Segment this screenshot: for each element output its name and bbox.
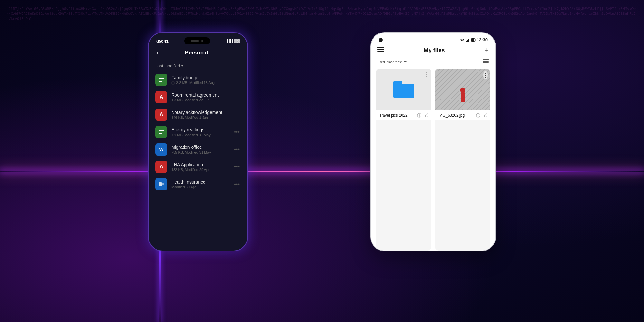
file-info: Migration office 755 KB, Modified 31 May xyxy=(171,145,229,154)
nav-title-left: Personal xyxy=(161,50,232,56)
status-time-left: 09:41 xyxy=(156,38,169,44)
status-icons-right: 12:30 xyxy=(460,37,488,42)
file-meta: 846 KB, Modified 1 Jun xyxy=(171,116,241,119)
file-item[interactable]: Family budget 2.2 MB, Modified 18 Aug xyxy=(151,71,245,89)
info-icon-2[interactable] xyxy=(476,113,480,118)
file-name: Family budget xyxy=(171,75,241,80)
svg-point-26 xyxy=(419,114,420,115)
link-icon[interactable] xyxy=(423,113,428,118)
svg-rect-13 xyxy=(468,39,469,42)
file-item[interactable]: Energy readings 7.9 MB, Modified 31 May … xyxy=(151,123,245,141)
photo-thumb xyxy=(435,69,490,110)
grid-item-folder[interactable]: Travel pics 2022 xyxy=(376,69,431,251)
svg-rect-17 xyxy=(471,39,474,41)
status-bar-right: 12:30 xyxy=(371,33,495,45)
svg-rect-20 xyxy=(377,51,384,52)
battery-icon: ▓▓ xyxy=(234,39,240,43)
svg-rect-0 xyxy=(159,78,164,79)
more-button[interactable]: ••• xyxy=(233,163,241,171)
files-grid: Travel pics 2022 xyxy=(371,69,495,251)
more-button-grid[interactable] xyxy=(425,71,429,79)
grid-item-info-photo: IMG_63262.jpg xyxy=(435,110,490,120)
file-name: LHA Application xyxy=(171,162,229,167)
file-meta: 2.2 MB, Modified 18 Aug xyxy=(171,81,241,85)
sort-header-left: Last modified ▾ xyxy=(149,61,247,71)
add-button[interactable]: + xyxy=(485,46,489,54)
file-item[interactable]: A LHA Application 132 KB, Modified 29 Ap… xyxy=(151,158,245,175)
sort-button-right[interactable]: Last modified xyxy=(377,60,407,64)
file-name-notary: Notary acknowledgement xyxy=(171,110,241,115)
right-phone-inner: 12:30 My files + Last modified xyxy=(371,33,495,251)
svg-rect-28 xyxy=(478,115,478,117)
notch-speaker xyxy=(191,40,199,42)
sort-label-left: Last modified xyxy=(155,63,180,68)
svg-rect-9 xyxy=(159,182,162,186)
file-info: Energy readings 7.9 MB, Modified 31 May xyxy=(171,127,229,137)
svg-rect-11 xyxy=(466,41,467,42)
file-meta: 1.8 MB, Modified 22 Jun xyxy=(171,98,241,102)
file-icon-green-2 xyxy=(155,126,167,138)
svg-rect-14 xyxy=(469,38,469,42)
svg-rect-12 xyxy=(467,40,468,42)
more-button[interactable]: ••• xyxy=(233,145,241,154)
info-icon[interactable] xyxy=(417,113,421,118)
folder-icon xyxy=(393,81,414,98)
folder-body xyxy=(393,84,414,98)
svg-rect-1 xyxy=(159,80,164,80)
status-icons-left: ▐▐▐ ▓▓ xyxy=(226,39,240,43)
grid-item-name: Travel pics 2022 xyxy=(379,113,408,118)
status-bar-left: 09:41 ▐▐▐ ▓▓ xyxy=(149,33,247,46)
file-meta: Modified 30 Apr xyxy=(171,185,229,189)
nav-bar-right: My files + xyxy=(371,45,495,58)
notch-camera xyxy=(201,40,203,42)
file-info: Health Insurance Modified 30 Apr xyxy=(171,179,229,189)
sort-header-right: Last modified xyxy=(371,58,495,69)
file-item[interactable]: A Notary acknowledgement 846 KB, Modifie… xyxy=(151,106,245,123)
svg-rect-8 xyxy=(159,133,162,134)
file-icon-blue-2 xyxy=(155,178,167,190)
grid-item-actions xyxy=(417,113,428,118)
left-phone-inner: 09:41 ▐▐▐ ▓▓ ‹ Personal Last modified xyxy=(149,33,247,251)
file-meta: 755 KB, Modified 31 May xyxy=(171,150,229,154)
file-list: Family budget 2.2 MB, Modified 18 Aug A … xyxy=(149,71,247,251)
svg-rect-23 xyxy=(483,62,489,63)
svg-rect-10 xyxy=(162,183,164,185)
grid-item-actions-photo xyxy=(476,113,487,118)
file-meta: 132 KB, Modified 29 Apr xyxy=(171,168,229,172)
svg-rect-6 xyxy=(159,130,164,131)
phones-container: 09:41 ▐▐▐ ▓▓ ‹ Personal Last modified xyxy=(0,0,644,322)
status-time-right: 12:30 xyxy=(477,37,488,42)
more-button-grid-photo[interactable] xyxy=(483,71,488,79)
grid-item-photo[interactable]: IMG_63262.jpg xyxy=(435,69,490,251)
file-info: LHA Application 132 KB, Modified 29 Apr xyxy=(171,162,229,172)
folder-thumb xyxy=(376,69,431,110)
back-button[interactable]: ‹ xyxy=(154,48,161,58)
file-item[interactable]: A Room rental agreement 1.8 MB, Modified… xyxy=(151,89,245,106)
grid-item-name-photo: IMG_63262.jpg xyxy=(438,113,465,118)
link-icon-2[interactable] xyxy=(482,113,487,118)
nav-bar-left: ‹ Personal xyxy=(149,46,247,61)
sort-button-left[interactable]: Last modified ▾ xyxy=(155,63,183,68)
file-icon-green xyxy=(155,74,167,86)
file-item[interactable]: Health Insurance Modified 30 Apr ••• xyxy=(151,175,245,193)
more-button[interactable]: ••• xyxy=(233,180,241,188)
svg-rect-25 xyxy=(419,115,420,117)
more-button[interactable]: ••• xyxy=(233,128,241,136)
file-icon-red-2: A xyxy=(155,109,167,121)
svg-rect-7 xyxy=(159,132,164,132)
list-view-button[interactable] xyxy=(483,59,489,65)
file-info: Room rental agreement 1.8 MB, Modified 2… xyxy=(171,92,241,102)
file-name: Energy readings xyxy=(171,127,229,132)
hamburger-button[interactable] xyxy=(377,47,384,54)
svg-rect-21 xyxy=(483,59,489,60)
file-info: Family budget 2.2 MB, Modified 18 Aug xyxy=(171,75,241,85)
file-item[interactable]: W Migration office 755 KB, Modified 31 M… xyxy=(151,141,245,158)
grid-item-info: Travel pics 2022 xyxy=(376,110,431,120)
notch-left xyxy=(184,37,210,44)
left-phone: 09:41 ▐▐▐ ▓▓ ‹ Personal Last modified xyxy=(148,32,248,251)
svg-rect-19 xyxy=(377,49,384,50)
front-camera xyxy=(379,38,383,42)
signal-icon: ▐▐▐ xyxy=(226,39,233,43)
sort-label-right: Last modified xyxy=(377,60,402,64)
svg-rect-22 xyxy=(483,61,489,62)
